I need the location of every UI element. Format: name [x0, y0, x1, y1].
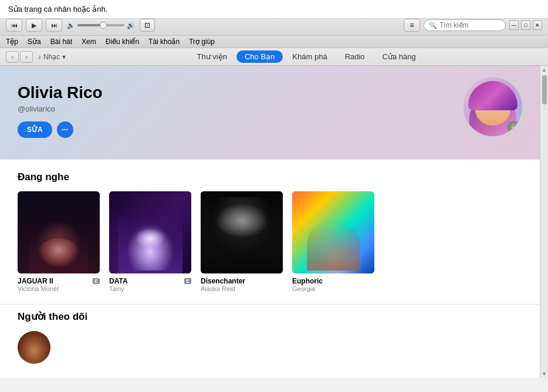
menu-help[interactable]: Trợ giúp	[189, 38, 215, 46]
nav-bar: ‹ › ♪ Nhạc ▾ Thư viện Cho Bạn Khám phá R…	[0, 48, 548, 66]
volume-low-icon: 🔈	[67, 22, 75, 29]
rewind-icon: ⏮	[11, 22, 18, 29]
playback-controls: ⏮ ▶ ⏭	[6, 19, 62, 32]
nav-arrows: ‹ ›	[6, 51, 33, 63]
minimize-icon: —	[512, 22, 517, 28]
tab-library[interactable]: Thư viện	[189, 50, 235, 63]
forward-nav-button[interactable]: ›	[20, 51, 33, 63]
album-title-disenchanter: Disenchanter	[201, 277, 283, 285]
edit-button[interactable]: SỬA	[18, 121, 52, 138]
album-item[interactable]: JAGUAR II E Victoria Monét	[18, 191, 100, 292]
search-icon: 🔍	[429, 22, 437, 29]
play-icon: ▶	[32, 22, 36, 29]
profile-avatar[interactable]: 🔒	[464, 77, 522, 136]
forward-nav-icon: ›	[25, 53, 28, 60]
listening-section-title: Đang nghe	[18, 171, 522, 183]
tab-discover[interactable]: Khám phá	[284, 50, 335, 63]
profile-name: Olivia Rico	[18, 83, 522, 102]
menu-file[interactable]: Tệp	[6, 38, 18, 46]
album-item[interactable]: Disenchanter Alaska Reid	[201, 191, 283, 292]
title-bar-right: ≡ 🔍 — □ ✕	[404, 19, 542, 32]
albums-grid: JAGUAR II E Victoria Monét DATA	[18, 191, 522, 292]
tab-for-you[interactable]: Cho Bạn	[236, 50, 283, 63]
airplay-button[interactable]: ⊡	[140, 19, 155, 32]
followers-section: Người theo dõi	[0, 304, 540, 376]
forward-icon: ⏭	[51, 22, 57, 29]
album-title-euphoric: Euphoric	[292, 277, 374, 285]
followers-section-title: Người theo dõi	[18, 310, 522, 323]
album-artist-euphoric: Georgia	[292, 285, 374, 292]
content-area[interactable]: Olivia Rico @oliviarico SỬA ··· 🔒	[0, 66, 540, 378]
menu-song[interactable]: Bài hát	[50, 38, 72, 46]
back-icon: ‹	[11, 53, 13, 60]
close-button[interactable]: ✕	[533, 21, 542, 30]
menu-bar: Tệp Sửa Bài hát Xem Điều khiển Tài khoản…	[0, 36, 548, 48]
list-icon: ≡	[410, 21, 414, 29]
rewind-button[interactable]: ⏮	[6, 19, 22, 32]
nav-music-selector[interactable]: ♪ Nhạc ▾	[38, 53, 66, 61]
profile-buttons: SỬA ···	[18, 121, 522, 138]
album-artist-disenchanter: Alaska Reid	[201, 285, 283, 292]
album-cover-jaguar[interactable]	[18, 191, 100, 273]
search-input[interactable]	[439, 21, 500, 29]
tab-radio[interactable]: Radio	[337, 50, 373, 63]
album-title-jaguar: JAGUAR II E	[18, 277, 100, 285]
album-cover-euphoric[interactable]	[292, 191, 374, 273]
profile-username: @oliviarico	[18, 104, 522, 113]
menu-view[interactable]: Xem	[82, 38, 96, 46]
followers-list	[18, 331, 522, 364]
airplay-icon: ⊡	[144, 21, 150, 29]
album-artist-data: Tainy	[109, 285, 191, 292]
list-view-button[interactable]: ≡	[404, 19, 420, 32]
volume-high-icon: 🔊	[127, 22, 135, 29]
maximize-button[interactable]: □	[521, 21, 530, 30]
tooltip-banner: Sửa trang cá nhân hoặc ảnh.	[0, 0, 548, 19]
album-item[interactable]: DATA E Tainy	[109, 191, 191, 292]
tab-store[interactable]: Cửa hàng	[374, 50, 424, 63]
volume-control[interactable]: 🔈 🔊	[67, 22, 135, 29]
music-note-icon: ♪	[38, 53, 41, 61]
lock-icon: 🔒	[507, 121, 520, 134]
forward-button[interactable]: ⏭	[46, 19, 62, 32]
main-content: Olivia Rico @oliviarico SỬA ··· 🔒	[0, 66, 548, 378]
album-cover-disenchanter[interactable]	[201, 191, 283, 273]
music-label: Nhạc	[43, 53, 60, 61]
listening-section: Đang nghe JAGUAR II E Victoria	[0, 160, 540, 304]
follower-avatar[interactable]	[18, 331, 50, 364]
tooltip-text: Sửa trang cá nhân hoặc ảnh.	[8, 5, 107, 13]
scroll-down-arrow[interactable]: ▼	[542, 371, 547, 377]
explicit-badge: E	[93, 278, 100, 284]
more-options-button[interactable]: ···	[57, 121, 73, 138]
menu-controls[interactable]: Điều khiển	[106, 38, 139, 46]
profile-section: Olivia Rico @oliviarico SỬA ··· 🔒	[0, 66, 540, 160]
scrollbar[interactable]: ▲ ▼	[540, 66, 548, 378]
back-button[interactable]: ‹	[6, 51, 19, 63]
volume-track[interactable]	[77, 24, 124, 26]
chevron-down-icon: ▾	[62, 53, 66, 61]
minimize-button[interactable]: —	[509, 21, 519, 30]
menu-edit[interactable]: Sửa	[28, 38, 41, 46]
maximize-icon: □	[524, 22, 527, 28]
scroll-thumb[interactable]	[542, 75, 547, 104]
ellipsis-icon: ···	[62, 125, 69, 134]
scroll-up-arrow[interactable]: ▲	[542, 67, 547, 73]
menu-account[interactable]: Tài khoản	[148, 38, 180, 46]
album-item[interactable]: Euphoric Georgia	[292, 191, 374, 292]
close-icon: ✕	[535, 22, 540, 28]
search-box[interactable]: 🔍	[424, 19, 506, 31]
album-title-data: DATA E	[109, 277, 191, 285]
nav-tabs: Thư viện Cho Bạn Khám phá Radio Cửa hàng	[70, 50, 542, 63]
play-button[interactable]: ▶	[26, 19, 42, 32]
album-artist-jaguar: Victoria Monét	[18, 285, 100, 292]
explicit-badge: E	[184, 278, 191, 284]
window-controls: — □ ✕	[509, 21, 542, 30]
album-cover-data[interactable]	[109, 191, 191, 273]
